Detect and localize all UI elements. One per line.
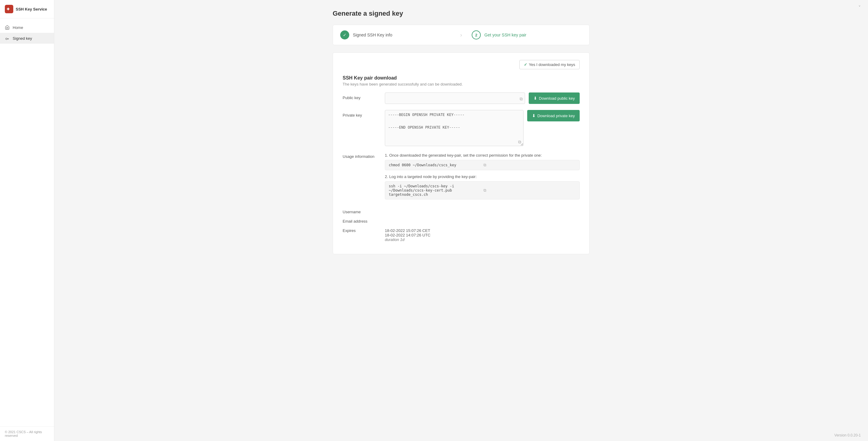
top-chevron-icon: ˅ <box>858 5 861 10</box>
usage-step-2-copy-icon[interactable]: ⧉ <box>481 188 576 193</box>
section-subtitle: The keys have been generated successfull… <box>343 82 580 87</box>
logo-icon: ✦ <box>5 5 13 13</box>
version-text: Version 0.0.20-1 <box>835 433 861 437</box>
home-icon <box>5 25 10 30</box>
content-card: ✓ Yes I downloaded my keys SSH Key pair … <box>333 53 590 254</box>
email-row: Email address <box>343 219 580 224</box>
public-key-label: Public key <box>343 93 385 100</box>
step-1-check-circle: ✓ <box>340 30 349 39</box>
app-logo: ✦ SSH Key Service <box>0 0 54 19</box>
sidebar-item-signed-key[interactable]: Signed key <box>0 33 54 44</box>
download-private-key-button[interactable]: ⬇ Download private key <box>527 110 580 122</box>
private-key-textarea[interactable]: -----BEGIN OPENSSH PRIVATE KEY----- ----… <box>385 110 524 146</box>
expires-label: Expires <box>343 228 385 233</box>
expires-utc: 18-02-2022 14:07:26 UTC <box>385 233 580 237</box>
usage-step-2-cmd: ssh -i ~/Downloads/cscs-key -i ~/Downloa… <box>385 181 580 199</box>
step-divider: › <box>458 32 464 38</box>
public-key-copy-icon[interactable]: ⧉ <box>520 96 523 102</box>
sidebar-item-home[interactable]: Home <box>0 22 54 33</box>
key-icon <box>5 36 10 41</box>
usage-step-1-cmd: chmod 0600 ~/Downloads/cscs_key ⧉ <box>385 160 580 170</box>
private-key-input-wrap: -----BEGIN OPENSSH PRIVATE KEY----- ----… <box>385 110 524 147</box>
usage-step-1-text: 1. Once downloaded the generated key-pai… <box>385 153 580 158</box>
public-key-row: Public key ⧉ ⬇ Download public key <box>343 93 580 104</box>
usage-step-2-text: 2. Log into a targeted node by providing… <box>385 174 580 179</box>
main-content: Generate a signed key ✓ Signed SSH Key i… <box>54 0 868 441</box>
sidebar-signed-key-label: Signed key <box>13 36 32 41</box>
expires-value: 18-02-2022 15:07:26 CET 18-02-2022 14:07… <box>385 228 580 242</box>
expires-row: Expires 18-02-2022 15:07:26 CET 18-02-20… <box>343 228 580 242</box>
usage-info-row: Usage information 1. Once downloaded the… <box>343 153 580 204</box>
stepper: ✓ Signed SSH Key info › 2 Get your SSH k… <box>333 25 590 45</box>
private-key-copy-icon[interactable]: ⧉ <box>518 139 521 145</box>
email-label: Email address <box>343 219 385 224</box>
sidebar: ✦ SSH Key Service Home Signed key © 2021… <box>0 0 54 441</box>
step-2-label: Get your SSH key pair <box>484 33 526 37</box>
usage-content: 1. Once downloaded the generated key-pai… <box>385 153 580 204</box>
yes-downloaded-row: ✓ Yes I downloaded my keys <box>343 60 580 69</box>
sidebar-footer: © 2021 CSCS – All rights reserved <box>0 426 54 441</box>
download-private-icon: ⬇ <box>532 113 536 118</box>
expires-cet: 18-02-2022 15:07:26 CET <box>385 228 580 233</box>
section-title: SSH Key pair download <box>343 75 580 81</box>
app-title: SSH Key Service <box>16 7 47 11</box>
step-2: 2 Get your SSH key pair <box>464 25 589 45</box>
public-key-input-wrap: ⧉ <box>385 93 525 104</box>
step-2-circle: 2 <box>472 30 481 39</box>
svg-point-2 <box>6 38 7 39</box>
page-title: Generate a signed key <box>333 10 590 18</box>
download-public-icon: ⬇ <box>533 96 537 101</box>
usage-step-1-copy-icon[interactable]: ⧉ <box>481 163 576 168</box>
step-1: ✓ Signed SSH Key info <box>333 25 458 45</box>
checkmark-icon: ✓ <box>524 62 527 67</box>
sidebar-home-label: Home <box>13 25 23 30</box>
username-label: Username <box>343 210 385 214</box>
usage-label: Usage information <box>343 153 385 159</box>
private-key-label: Private key <box>343 110 385 117</box>
yes-downloaded-button[interactable]: ✓ Yes I downloaded my keys <box>519 60 580 69</box>
step-1-label: Signed SSH Key info <box>353 33 392 37</box>
public-key-input[interactable] <box>385 93 525 104</box>
private-key-row: Private key -----BEGIN OPENSSH PRIVATE K… <box>343 110 580 147</box>
svg-text:✦: ✦ <box>6 7 10 12</box>
expires-duration: duration 1d <box>385 237 580 242</box>
download-public-key-button[interactable]: ⬇ Download public key <box>529 93 580 104</box>
sidebar-nav: Home Signed key <box>0 19 54 426</box>
username-row: Username <box>343 210 580 214</box>
